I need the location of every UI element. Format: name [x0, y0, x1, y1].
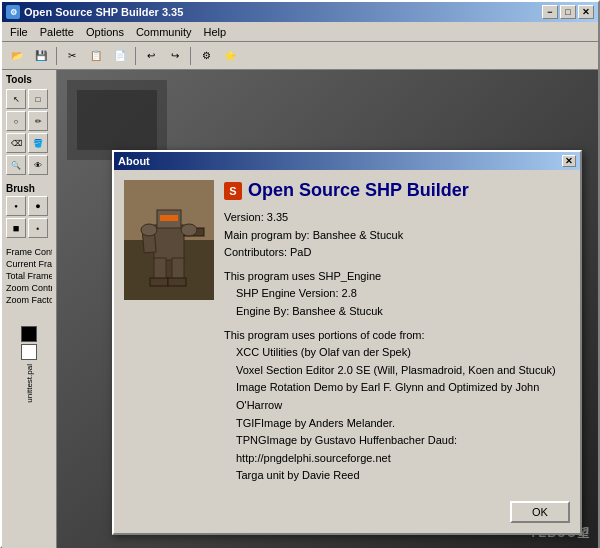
dialog-title-text: About — [118, 155, 150, 167]
voxel-text: Voxel Section Editor 2.0 SE (Will, Plasm… — [236, 362, 570, 380]
work-area: YEBUO望 About ✕ — [57, 70, 598, 548]
current-frame-label: Current Fram... — [6, 258, 52, 270]
brush-grid: ● ● ■ ▪ — [6, 196, 52, 238]
svg-text:S: S — [229, 185, 236, 197]
contributors-text: Contributors: PaD — [224, 244, 570, 262]
total-frames-label: Total Frame... — [6, 270, 52, 282]
svg-point-15 — [181, 224, 197, 236]
version-text: Version: 3.35 — [224, 209, 570, 227]
about-dialog: About ✕ — [112, 150, 582, 535]
main-program-text: Main program by: Banshee & Stucuk — [224, 227, 570, 245]
engine-by-text: Engine By: Banshee & Stucuk — [236, 303, 570, 321]
tool-eye[interactable]: 👁 — [28, 155, 48, 175]
toolbar-undo[interactable]: ↩ — [140, 45, 162, 67]
brush-1[interactable]: ● — [6, 196, 26, 216]
svg-point-14 — [141, 224, 157, 236]
app-icon: ⚙ — [6, 5, 20, 19]
toolbar-separator-1 — [56, 47, 57, 65]
dialog-footer: OK — [114, 495, 580, 533]
tool-rect[interactable]: □ — [28, 89, 48, 109]
main-content: Tools ↖ □ ○ ✏ ⌫ 🪣 🔍 👁 Brush ● ● ■ ▪ Fram… — [2, 70, 598, 548]
toolbar-redo[interactable]: ↪ — [164, 45, 186, 67]
fg-color-swatch[interactable] — [21, 326, 37, 342]
title-buttons: − □ ✕ — [542, 5, 594, 19]
toolbar-cut[interactable]: ✂ — [61, 45, 83, 67]
toolbar-settings[interactable]: ⚙ — [195, 45, 217, 67]
dialog-info: Version: 3.35 Main program by: Banshee &… — [224, 209, 570, 485]
toolbar-separator-2 — [135, 47, 136, 65]
zoom-factor-label: Zoom Facto... — [6, 294, 52, 306]
dialog-body: S Open Source SHP Builder Version: 3.35 … — [114, 170, 580, 495]
tgif-text: TGIFImage by Anders Melander. — [236, 415, 570, 433]
toolbar: 📂 💾 ✂ 📋 📄 ↩ ↪ ⚙ ⭐ — [2, 42, 598, 70]
palette-filename: unittest.pal — [25, 364, 34, 403]
menu-bar: File Palette Options Community Help — [2, 22, 598, 42]
tool-zoom[interactable]: 🔍 — [6, 155, 26, 175]
image-rotation-text: Image Rotation Demo by Earl F. Glynn and… — [236, 379, 570, 414]
toolbar-save[interactable]: 💾 — [30, 45, 52, 67]
tool-eraser[interactable]: ⌫ — [6, 133, 26, 153]
xcc-text: XCC Utilities (by Olaf van der Spek) — [236, 344, 570, 362]
toolbar-extra[interactable]: ⭐ — [219, 45, 241, 67]
dialog-close-button[interactable]: ✕ — [562, 155, 576, 167]
tool-grid: ↖ □ ○ ✏ ⌫ 🪣 🔍 👁 — [6, 89, 52, 175]
toolbar-separator-3 — [190, 47, 191, 65]
tools-label: Tools — [6, 74, 52, 85]
main-window: ⚙ Open Source SHP Builder 3.35 − □ ✕ Fil… — [0, 0, 600, 548]
tool-arrow[interactable]: ↖ — [6, 89, 26, 109]
maximize-button[interactable]: □ — [560, 5, 576, 19]
tool-ellipse[interactable]: ○ — [6, 111, 26, 131]
png-text: TPNGImage by Gustavo Huffenbacher Daud: … — [236, 432, 570, 467]
tool-fill[interactable]: 🪣 — [28, 133, 48, 153]
svg-rect-5 — [154, 225, 184, 260]
zoom-control-label: Zoom Control... — [6, 282, 52, 294]
menu-palette[interactable]: Palette — [34, 24, 80, 40]
left-panel: Tools ↖ □ ○ ✏ ⌫ 🪣 🔍 👁 Brush ● ● ■ ▪ Fram… — [2, 70, 57, 548]
tool-pen[interactable]: ✏ — [28, 111, 48, 131]
brush-3[interactable]: ■ — [6, 218, 26, 238]
svg-rect-12 — [150, 278, 168, 286]
brush-4[interactable]: ▪ — [28, 218, 48, 238]
dialog-app-title: S Open Source SHP Builder — [224, 180, 570, 201]
title-bar-left: ⚙ Open Source SHP Builder 3.35 — [6, 5, 183, 19]
targa-text: Targa unit by Davie Reed — [236, 467, 570, 485]
frame-control-label: Frame Contro... — [6, 246, 52, 258]
window-title: Open Source SHP Builder 3.35 — [24, 6, 183, 18]
menu-file[interactable]: File — [4, 24, 34, 40]
toolbar-paste[interactable]: 📄 — [109, 45, 131, 67]
menu-help[interactable]: Help — [198, 24, 233, 40]
side-labels: Frame Contro... Current Fram... Total Fr… — [6, 246, 52, 306]
svg-rect-7 — [160, 215, 178, 221]
bg-color-swatch[interactable] — [21, 344, 37, 360]
dialog-app-icon: S — [224, 182, 242, 200]
shp-engine-version: SHP Engine Version: 2.8 — [236, 285, 570, 303]
menu-community[interactable]: Community — [130, 24, 198, 40]
close-button[interactable]: ✕ — [578, 5, 594, 19]
dialog-text-area: S Open Source SHP Builder Version: 3.35 … — [224, 180, 570, 485]
dialog-title-bar: About ✕ — [114, 152, 580, 170]
brush-label: Brush — [6, 183, 52, 194]
toolbar-copy[interactable]: 📋 — [85, 45, 107, 67]
toolbar-open[interactable]: 📂 — [6, 45, 28, 67]
svg-rect-2 — [77, 90, 157, 150]
mech-svg — [124, 180, 214, 300]
menu-options[interactable]: Options — [80, 24, 130, 40]
dialog-image — [124, 180, 214, 300]
title-bar: ⚙ Open Source SHP Builder 3.35 − □ ✕ — [2, 2, 598, 22]
minimize-button[interactable]: − — [542, 5, 558, 19]
portions-label: This program uses portions of code from: — [224, 327, 570, 345]
ok-button[interactable]: OK — [510, 501, 570, 523]
brush-2[interactable]: ● — [28, 196, 48, 216]
svg-rect-13 — [168, 278, 186, 286]
shp-engine-label: This program uses SHP_Engine — [224, 268, 570, 286]
